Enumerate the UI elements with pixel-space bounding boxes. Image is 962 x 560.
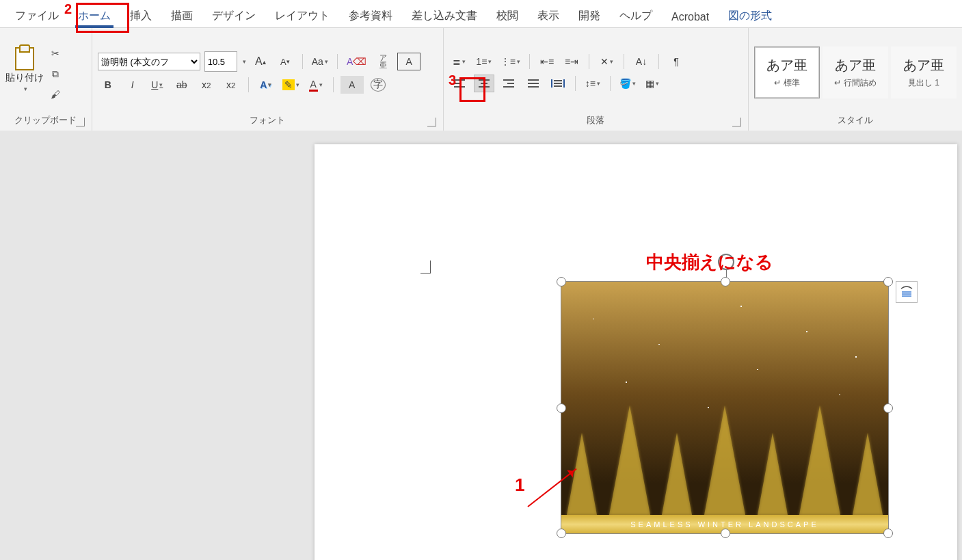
increase-indent-button[interactable]: ≡⇥ [561,53,582,70]
resize-handle-r[interactable] [883,403,893,413]
grow-font-button[interactable]: A▴ [250,53,271,70]
dialog-launcher-icon[interactable] [76,118,85,126]
document-workspace: SEAMLESS WINTER LANDSCAPE [0,131,962,560]
resize-handle-l[interactable] [557,403,566,413]
enclose-char-button[interactable]: 字 [368,76,388,94]
style-no-spacing[interactable]: あア亜 ↵ 行間詰め [823,46,888,98]
superscript-button[interactable]: x2 [221,76,241,94]
tab-mailings[interactable]: 差し込み文書 [402,3,487,27]
style-normal[interactable]: あア亜 ↵ 標準 [754,46,820,98]
resize-handle-tr[interactable] [883,277,893,286]
paragraph-mark-icon [420,261,431,274]
align-center-button[interactable] [474,75,494,92]
sort-button[interactable]: A↓ [631,53,652,70]
chevron-down-icon[interactable]: ▾ [243,58,246,65]
character-border-button[interactable]: A [397,53,420,70]
resize-handle-tl[interactable] [557,277,566,286]
tab-design[interactable]: デザイン [202,3,265,27]
group-label-styles: スタイル [754,113,957,129]
italic-button[interactable]: I [122,76,143,94]
phonetic-guide-button[interactable]: ア亜 [373,53,393,70]
style-heading1[interactable]: あア亜 見出し 1 [891,46,957,98]
multilevel-button[interactable]: ⋮≡▾ [498,53,522,70]
shading-button[interactable]: 🪣▾ [617,75,638,92]
bullets-button[interactable]: ≣▾ [449,53,470,70]
font-name-select[interactable]: 游明朝 (本文のフ [98,53,200,70]
align-right-button[interactable] [498,75,519,92]
tab-help[interactable]: ヘルプ [610,3,662,27]
group-label-font: フォント [98,113,438,129]
clear-format-button[interactable]: A⌫ [345,53,369,70]
tab-review[interactable]: 校閲 [487,3,528,27]
tab-insert[interactable]: 挿入 [120,3,161,27]
tab-draw[interactable]: 描画 [161,3,202,27]
paste-icon [12,43,37,70]
underline-button[interactable]: U▾ [147,76,168,94]
paste-label: 貼り付け [5,72,44,84]
tab-references[interactable]: 参考資料 [339,3,402,27]
align-justify-button[interactable] [523,75,544,92]
resize-handle-t[interactable] [721,277,730,286]
annotation-number-3: 3 [449,72,456,88]
group-paragraph: ≣▾ 1≡▾ ⋮≡▾ ⇤≡ ≡⇥ ✕▾ A↓ ¶ [444,28,749,131]
dialog-launcher-icon[interactable] [732,118,741,126]
copy-button[interactable]: ⧉ [48,66,63,81]
selected-image[interactable]: SEAMLESS WINTER LANDSCAPE [561,281,889,534]
subscript-button[interactable]: x2 [196,76,217,94]
font-color-button[interactable]: A▾ [306,76,326,94]
annotation-number-2: 2 [64,1,72,17]
chevron-down-icon: ▾ [24,85,27,92]
cut-button[interactable]: ✂ [48,46,63,61]
borders-button[interactable]: ▦▾ [642,75,663,92]
ribbon-tabs: ファイル ホーム 挿入 描画 デザイン レイアウト 参考資料 差し込み文書 校閲… [0,0,962,28]
numbering-button[interactable]: 1≡▾ [474,53,494,70]
change-case-button[interactable]: Aa▾ [310,53,330,70]
tab-view[interactable]: 表示 [528,3,569,27]
group-clipboard: 貼り付け ▾ ✂ ⧉ 🖌 クリップボード [0,28,92,131]
group-font: 游明朝 (本文のフ ▾ A▴ A▾ Aa▾ A⌫ ア亜 A B I U▾ ab … [92,28,444,131]
bold-button[interactable]: B [98,76,118,94]
shrink-font-button[interactable]: A▾ [275,53,295,70]
tab-layout[interactable]: レイアウト [265,3,339,27]
char-shading-button[interactable]: A [340,76,364,94]
line-spacing-button[interactable]: ↕≡▾ [583,75,603,92]
selection-border [561,281,889,534]
font-size-input[interactable] [204,51,237,72]
text-direction-button[interactable]: ✕▾ [596,53,617,70]
show-marks-button[interactable]: ¶ [666,53,686,70]
dialog-launcher-icon[interactable] [427,118,436,126]
tab-picture-format[interactable]: 図の形式 [719,3,781,27]
text-effects-button[interactable]: A▾ [256,76,276,94]
document-page[interactable]: SEAMLESS WINTER LANDSCAPE [315,144,957,560]
decrease-indent-button[interactable]: ⇤≡ [537,53,557,70]
annotation-center-text: 中央揃えになる [646,250,773,274]
annotation-number-1: 1 [515,475,524,496]
ribbon: 貼り付け ▾ ✂ ⧉ 🖌 クリップボード 游明朝 (本文のフ ▾ A▴ [0,28,962,131]
highlight-button[interactable]: ✎▾ [280,76,302,94]
group-label-paragraph: 段落 [449,113,743,129]
group-styles: あア亜 ↵ 標準 あア亜 ↵ 行間詰め あア亜 見出し 1 スタイル [749,28,962,131]
strikethrough-button[interactable]: ab [172,76,192,94]
resize-handle-b[interactable] [721,529,730,538]
paste-button[interactable]: 貼り付け ▾ [5,43,44,92]
tab-acrobat[interactable]: Acrobat [662,5,719,27]
format-painter-button[interactable]: 🖌 [48,87,63,102]
tab-file[interactable]: ファイル [5,3,68,27]
resize-handle-bl[interactable] [557,529,566,538]
group-label-clipboard: クリップボード [5,113,86,129]
distributed-button[interactable] [548,75,568,92]
tab-developer[interactable]: 開発 [569,3,610,27]
tab-home[interactable]: ホーム [68,3,120,27]
resize-handle-br[interactable] [883,529,893,538]
layout-options-button[interactable] [896,281,918,303]
